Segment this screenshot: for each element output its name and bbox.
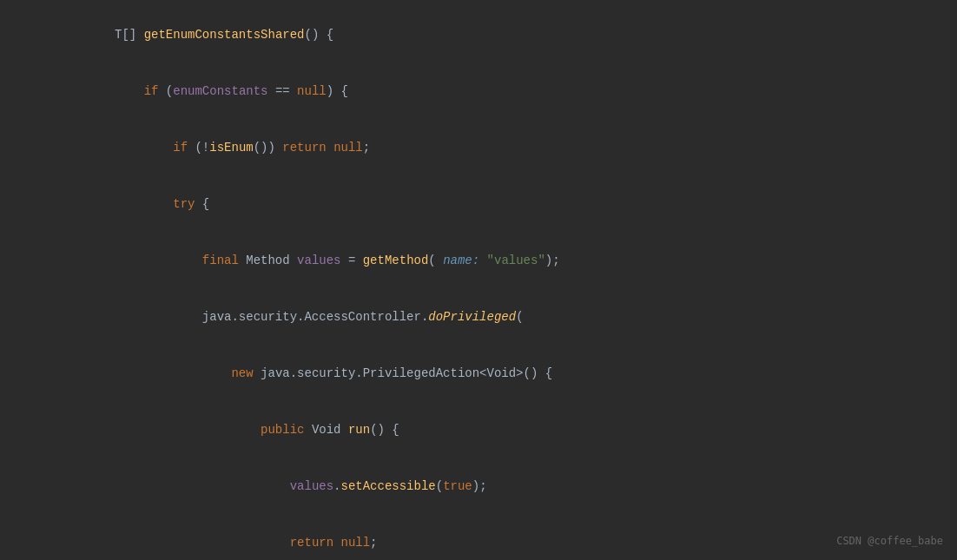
code-line-1: T[] getEnumConstantsShared() { bbox=[0, 7, 957, 63]
line-content-8: public Void run() { bbox=[42, 402, 947, 458]
code-line-8: public Void run() { bbox=[0, 402, 957, 458]
code-editor: T[] getEnumConstantsShared() { if (enumC… bbox=[0, 0, 957, 560]
line-content-6: java.security.AccessController.doPrivile… bbox=[42, 289, 947, 346]
code-line-2: if (enumConstants == null) { bbox=[0, 63, 957, 120]
code-line-5: final Method values = getMethod( name: "… bbox=[0, 233, 957, 289]
line-content-5: final Method values = getMethod( name: "… bbox=[42, 233, 947, 289]
line-content-7: new java.security.PrivilegedAction<Void>… bbox=[42, 346, 947, 402]
code-line-3: if (!isEnum()) return null; bbox=[0, 120, 957, 176]
line-content-10: return null; bbox=[42, 516, 947, 560]
line-content-3: if (!isEnum()) return null; bbox=[42, 120, 947, 176]
code-line-9: values.setAccessible(true); bbox=[0, 459, 957, 516]
code-line-4: try { bbox=[0, 176, 957, 233]
line-content-2: if (enumConstants == null) { bbox=[42, 63, 947, 120]
line-content-1: T[] getEnumConstantsShared() { bbox=[42, 7, 947, 63]
code-line-10: return null; bbox=[0, 516, 957, 560]
code-line-7: new java.security.PrivilegedAction<Void>… bbox=[0, 346, 957, 402]
watermark: CSDN @coffee_babe bbox=[836, 533, 943, 550]
line-content-9: values.setAccessible(true); bbox=[42, 459, 947, 516]
line-content-4: try { bbox=[42, 176, 947, 233]
code-line-6: java.security.AccessController.doPrivile… bbox=[0, 289, 957, 346]
